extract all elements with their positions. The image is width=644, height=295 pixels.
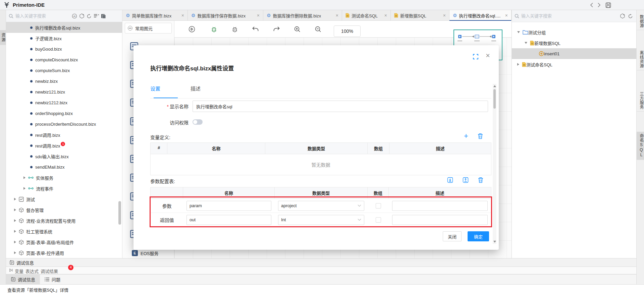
editor-tab[interactable]: ⚙简单数据库操作.bizx×: [122, 10, 188, 21]
tree-item-sql[interactable]: 测试命名SQL: [512, 59, 637, 70]
close-icon[interactable]: ×: [443, 13, 446, 18]
tree-item[interactable]: computeDiscount.bizx: [6, 54, 122, 65]
test-chart-icon: [19, 197, 24, 202]
rail-tab-datasource[interactable]: 数据源: [637, 13, 644, 30]
param-desc-input[interactable]: [392, 215, 488, 225]
delete-variable-icon[interactable]: [478, 133, 483, 139]
close-icon[interactable]: ×: [505, 13, 508, 18]
tree-item-group[interactable]: 测试分组: [512, 27, 637, 38]
display-name-input[interactable]: [193, 101, 488, 112]
delete-params-icon[interactable]: [478, 177, 483, 183]
tree-section[interactable]: 社工管理系统: [6, 226, 122, 237]
param-type-select[interactable]: aproject: [278, 201, 364, 211]
tree-item[interactable]: rest调用.bizx1: [6, 140, 122, 151]
param-array-checkbox[interactable]: [376, 217, 381, 223]
close-icon[interactable]: ×: [384, 13, 387, 18]
debug-icon[interactable]: [211, 26, 217, 33]
zoom-in-icon[interactable]: [294, 26, 301, 33]
editor-tab[interactable]: 测试命名SQL×: [342, 10, 391, 21]
tree-section[interactable]: 流程事件: [6, 183, 122, 194]
chevron-down-icon: [358, 219, 361, 221]
palette-item-eos[interactable]: EEOS服务: [122, 249, 174, 257]
named-sql-search-input[interactable]: [521, 13, 572, 18]
modal-scrollbar[interactable]: [493, 84, 496, 244]
tree-item[interactable]: newbiz1212.bizx: [6, 97, 122, 108]
rail-tab-namedsql[interactable]: 命名SQL: [637, 132, 644, 160]
ai-icon[interactable]: AI: [72, 13, 77, 19]
subtab-expressions[interactable]: 表达式: [25, 268, 39, 274]
resources-search-input[interactable]: [15, 13, 66, 18]
close-icon[interactable]: ×: [486, 51, 490, 60]
tree-item[interactable]: orderShopping.bizx: [6, 108, 122, 119]
import-params-icon[interactable]: [447, 177, 453, 183]
nav-forward-icon[interactable]: [598, 3, 601, 7]
docs-icon[interactable]: [101, 14, 106, 19]
refresh-icon[interactable]: [628, 14, 633, 19]
zoom-level[interactable]: 100%: [334, 25, 361, 37]
editor-tab[interactable]: ⚙数据库操作删除数据.bizx×: [263, 10, 342, 21]
run-icon[interactable]: [189, 26, 195, 33]
nav-back-icon[interactable]: [590, 3, 593, 7]
close-icon[interactable]: ×: [181, 13, 184, 18]
export-params-icon[interactable]: [463, 177, 469, 183]
tree-item-insert[interactable]: insert01: [512, 48, 637, 59]
tree-section[interactable]: 页面-表单-控件通用: [6, 247, 122, 258]
modal-tab-description[interactable]: 描述: [191, 85, 201, 99]
palette-header[interactable]: 常用图元: [125, 23, 172, 34]
rail-tab-offline[interactable]: 离线资源: [637, 49, 644, 70]
redo-icon[interactable]: [273, 26, 280, 32]
param-type-select[interactable]: Int: [278, 215, 364, 225]
undo-icon[interactable]: [252, 26, 259, 32]
tree-item-sql[interactable]: 新增数据SQL: [512, 38, 637, 48]
rail-tab-thirdparty[interactable]: 三方服务: [637, 90, 644, 112]
save-icon[interactable]: [605, 2, 611, 8]
tree-item[interactable]: newbiz121.bizx: [6, 86, 122, 97]
sort-list-icon[interactable]: [94, 14, 99, 18]
scrollbar-thumb[interactable]: [493, 89, 496, 109]
tree-section[interactable]: 测试: [6, 194, 122, 204]
ok-button[interactable]: 确定: [468, 231, 489, 241]
new-resource-icon[interactable]: [620, 13, 625, 19]
subtab-debug-result[interactable]: 调试结果: [41, 268, 58, 274]
tree-item[interactable]: 执行增删改命名sql.bizx: [6, 22, 122, 33]
tree-item[interactable]: 子逻辑流.bizx: [6, 33, 122, 44]
tree-item[interactable]: processOrderItemDiscount.bizx: [6, 119, 122, 129]
tree-item[interactable]: buyGood.bizx: [6, 44, 122, 54]
add-variable-icon[interactable]: +: [464, 133, 468, 139]
param-array-checkbox[interactable]: [376, 203, 381, 209]
subtab-variables[interactable]: 变量: [15, 268, 23, 274]
editor-tab[interactable]: 新增数据SQL×: [391, 10, 449, 21]
tree-item[interactable]: sdo输入输出.bizx: [6, 151, 122, 162]
tree-item[interactable]: computeSum.bizx: [6, 65, 122, 76]
close-button[interactable]: 关闭: [443, 231, 462, 241]
tree-section[interactable]: 流程-业务流程配置与使用: [6, 215, 122, 226]
param-desc-input[interactable]: [392, 201, 488, 211]
editor-tab-active[interactable]: ⚙执行增删改命名sql.bizx×: [449, 10, 512, 21]
left-rail-tab-resources[interactable]: 资源: [0, 30, 6, 45]
close-icon[interactable]: ×: [257, 13, 260, 18]
bottom-tab-debug[interactable]: 调试信息: [6, 275, 40, 284]
gear-icon: ⚙: [453, 13, 457, 18]
param-name-input[interactable]: [186, 215, 271, 225]
debug-info-bar[interactable]: 调试信息: [6, 258, 636, 267]
tree-item[interactable]: sendEMail.bizx: [6, 162, 122, 172]
zoom-out-icon[interactable]: [315, 26, 321, 33]
scroll-down-icon[interactable]: [493, 241, 496, 243]
close-icon[interactable]: ×: [336, 13, 338, 18]
modal-tab-settings[interactable]: 设置: [150, 85, 160, 99]
scrollbar-thumb[interactable]: [118, 201, 121, 225]
deploy-icon[interactable]: [231, 26, 238, 33]
new-resource-icon[interactable]: [79, 13, 85, 19]
fullscreen-icon[interactable]: [473, 54, 478, 59]
editor-tab[interactable]: ⚙数据库操作保存数据.bizx×: [188, 10, 263, 21]
tree-item[interactable]: rest调用.bizx: [6, 129, 122, 140]
refresh-icon[interactable]: [87, 14, 92, 19]
tree-section[interactable]: 实体服务: [6, 172, 122, 183]
access-toggle[interactable]: [193, 119, 203, 125]
bottom-tab-problems[interactable]: 问题: [40, 275, 65, 284]
scroll-up-icon[interactable]: [493, 85, 496, 87]
param-name-input[interactable]: [186, 201, 271, 211]
tree-item[interactable]: newbiz.bizx: [6, 76, 122, 86]
tree-section[interactable]: 督办管理: [6, 204, 122, 215]
tree-section[interactable]: 页面-表单-高级/布局组件: [6, 237, 122, 247]
